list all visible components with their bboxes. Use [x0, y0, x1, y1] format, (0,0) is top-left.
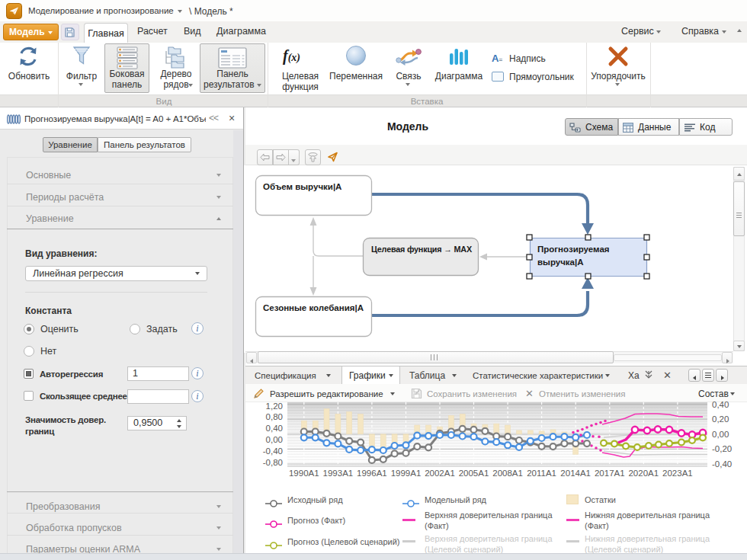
- svg-text:0,40: 0,40: [712, 400, 729, 409]
- svg-text:-0,20: -0,20: [712, 444, 732, 453]
- svg-text:1993A1: 1993A1: [323, 469, 354, 478]
- svg-text:-0,40: -0,40: [263, 446, 283, 456]
- svg-text:2023A1: 2023A1: [662, 469, 693, 478]
- svg-text:1996A1: 1996A1: [357, 469, 387, 478]
- svg-text:2017A1: 2017A1: [595, 469, 625, 478]
- svg-text:2008A1: 2008A1: [492, 469, 523, 478]
- svg-text:1,20: 1,20: [266, 402, 283, 411]
- svg-text:2005A1: 2005A1: [459, 469, 489, 478]
- svg-text:2020A1: 2020A1: [628, 469, 659, 478]
- svg-text:-0,40: -0,40: [712, 459, 732, 469]
- svg-text:2014A1: 2014A1: [560, 469, 591, 478]
- svg-text:1990A1: 1990A1: [289, 469, 319, 478]
- svg-text:0,40: 0,40: [266, 424, 283, 433]
- svg-text:0,20: 0,20: [712, 414, 729, 424]
- svg-text:1999A1: 1999A1: [391, 469, 422, 478]
- svg-text:2002A1: 2002A1: [425, 469, 455, 478]
- svg-text:0,00: 0,00: [266, 435, 283, 444]
- svg-text:0,00: 0,00: [712, 430, 729, 439]
- svg-text:0,80: 0,80: [266, 412, 283, 421]
- svg-text:-0,80: -0,80: [263, 458, 283, 467]
- svg-text:2011A1: 2011A1: [527, 469, 556, 478]
